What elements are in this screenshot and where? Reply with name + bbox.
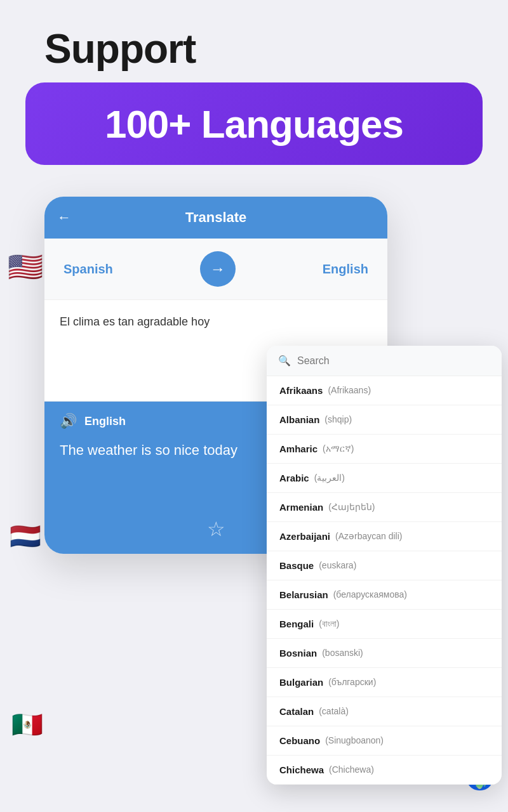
language-name: Armenian: [279, 502, 323, 513]
source-language-button[interactable]: Spanish: [64, 262, 113, 277]
language-dropdown: 🔍 Afrikaans (Afrikaans)Albanian (shqip)A…: [267, 346, 502, 785]
language-native: (አማርኛ): [323, 443, 354, 454]
speaker-icon[interactable]: 🔊: [60, 413, 77, 429]
swap-languages-button[interactable]: →: [200, 251, 236, 287]
language-native: (Հայերեն): [328, 502, 375, 513]
list-item[interactable]: Bosnian (bosanski): [267, 639, 502, 668]
language-name: Afrikaans: [279, 385, 323, 396]
support-title: Support: [44, 25, 196, 72]
list-item[interactable]: Albanian (shqip): [267, 405, 502, 435]
flag-netherlands: 🇳🇱: [3, 514, 48, 558]
language-native: (shqip): [324, 414, 352, 425]
list-item[interactable]: Armenian (Հայերեն): [267, 493, 502, 522]
language-name: Bosnian: [279, 648, 317, 658]
language-name: Chichewa: [279, 764, 324, 775]
language-name: Catalan: [279, 706, 314, 717]
language-name: Azerbaijani: [279, 531, 330, 542]
language-selector-row: Spanish → English: [44, 239, 387, 300]
language-native: (Afrikaans): [328, 385, 371, 396]
swap-icon: →: [210, 260, 225, 278]
search-input[interactable]: [297, 355, 490, 367]
banner-text: 100+ Languages: [105, 102, 403, 147]
search-bar: 🔍: [267, 346, 502, 376]
target-language-button[interactable]: English: [323, 262, 368, 277]
language-name: Arabic: [279, 473, 309, 483]
language-list: Afrikaans (Afrikaans)Albanian (shqip)Amh…: [267, 376, 502, 785]
list-item[interactable]: Chichewa (Chichewa): [267, 756, 502, 785]
list-item[interactable]: Catalan (català): [267, 697, 502, 726]
language-native: (bosanski): [322, 648, 363, 658]
favorite-button[interactable]: ☆: [207, 517, 225, 541]
language-name: Cebuano: [279, 735, 320, 746]
list-item[interactable]: Belarusian (беларускаямова): [267, 580, 502, 610]
language-native: (Azərbaycan dili): [335, 531, 402, 542]
flag-us: 🇺🇸: [0, 241, 51, 292]
language-native: (беларускаямова): [333, 589, 407, 600]
language-native: (euskara): [319, 560, 356, 571]
language-native: (català): [319, 706, 349, 717]
app-title: Translate: [185, 209, 247, 226]
list-item[interactable]: Bulgarian (български): [267, 668, 502, 697]
back-button[interactable]: ←: [57, 209, 71, 226]
language-native: (العربية): [314, 473, 345, 483]
search-icon: 🔍: [278, 355, 291, 367]
language-name: Bulgarian: [279, 677, 323, 688]
language-native: (български): [328, 677, 376, 688]
list-item[interactable]: Arabic (العربية): [267, 464, 502, 493]
languages-banner: 100+ Languages: [25, 82, 483, 165]
source-text: El clima es tan agradable hoy: [60, 313, 372, 331]
language-native: (Sinugboanon): [325, 735, 384, 746]
language-name: Amharic: [279, 443, 318, 454]
language-name: Bengali: [279, 619, 314, 629]
app-header: ← Translate: [44, 197, 387, 239]
list-item[interactable]: Afrikaans (Afrikaans): [267, 376, 502, 405]
language-name: Basque: [279, 560, 314, 571]
list-item[interactable]: Amharic (አማርኛ): [267, 435, 502, 464]
list-item[interactable]: Bengali (বাংলা): [267, 610, 502, 639]
language-native: (বাংলা): [319, 619, 339, 629]
language-name: Albanian: [279, 414, 319, 425]
list-item[interactable]: Cebuano (Sinugboanon): [267, 726, 502, 756]
language-native: (Chichewa): [329, 764, 374, 775]
output-language-label: English: [84, 415, 126, 428]
list-item[interactable]: Azerbaijani (Azərbaycan dili): [267, 522, 502, 551]
flag-mexico: 🇲🇽: [3, 701, 51, 749]
language-name: Belarusian: [279, 589, 328, 600]
list-item[interactable]: Basque (euskara): [267, 551, 502, 580]
